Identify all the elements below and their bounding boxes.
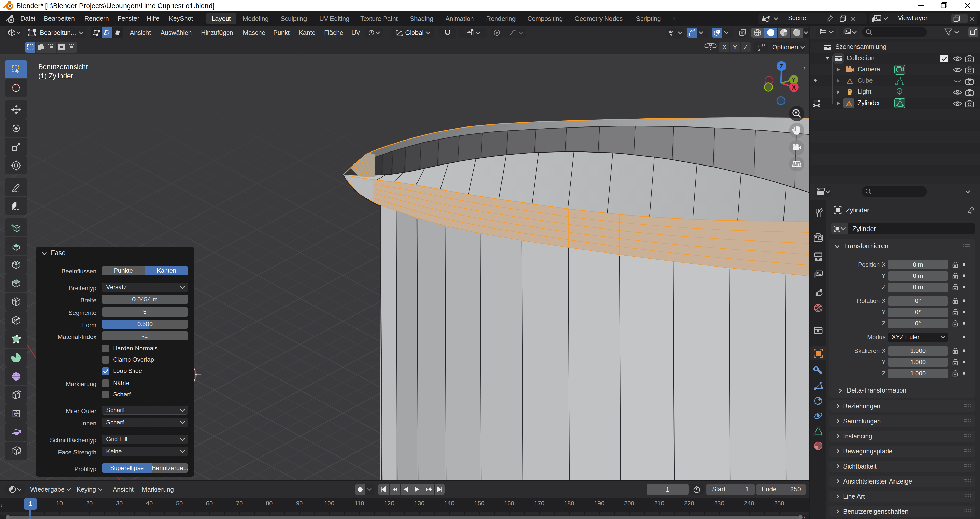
svg-text:X: X: [792, 84, 796, 91]
svg-text:Z: Z: [780, 63, 783, 70]
svg-text:Y: Y: [792, 76, 795, 83]
